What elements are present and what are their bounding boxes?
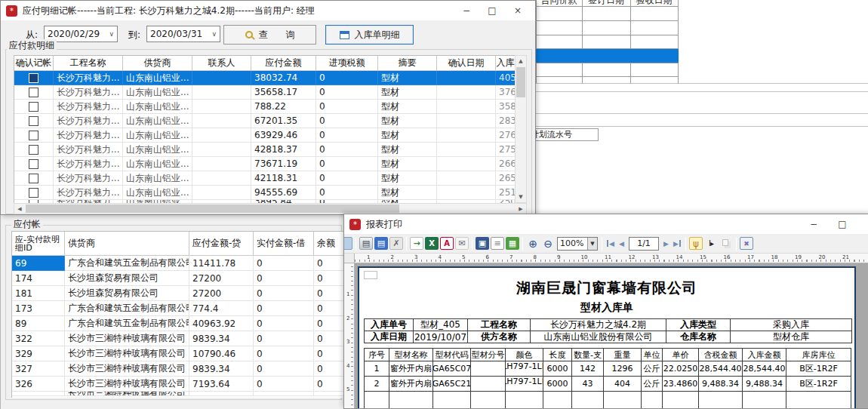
- checkbox[interactable]: [29, 102, 38, 112]
- checkbox-cell[interactable]: [14, 143, 54, 157]
- table-cell[interactable]: 89: [12, 316, 65, 331]
- export-icon[interactable]: →: [410, 237, 423, 250]
- page-setup-icon[interactable]: ≡: [491, 237, 504, 250]
- minimize-button[interactable]: −: [801, 214, 826, 234]
- column-header[interactable]: 应付金额-贷: [189, 232, 254, 256]
- minimize-button[interactable]: −: [454, 1, 479, 20]
- options-icon[interactable]: ✗: [389, 237, 403, 250]
- scroll-left-icon[interactable]: ◀: [14, 204, 25, 214]
- report-designer-icon[interactable]: [344, 237, 352, 250]
- copy-icon[interactable]: [719, 237, 733, 250]
- table-row[interactable]: 322长沙市三湘特种玻璃有限公司9839.3400: [12, 331, 344, 346]
- table-cell[interactable]: 174: [12, 271, 65, 286]
- table-cell[interactable]: 69: [12, 256, 65, 271]
- table-row[interactable]: 89广东合和建筑五金制品有限公司40963.9200: [12, 316, 344, 331]
- checkbox-cell[interactable]: [14, 71, 54, 85]
- table-row[interactable]: 329长沙市三湘特种玻璃有限公司10790.4600: [12, 346, 344, 361]
- export-mail-icon[interactable]: ✉: [455, 237, 469, 250]
- table-row[interactable]: 69广东合和建筑五金制品有限公司11411.7800: [12, 256, 344, 271]
- checkbox-cell[interactable]: [14, 114, 54, 128]
- table-row[interactable]: 长沙万科魅力...山东南山铝业...35658.170型材376: [14, 85, 515, 100]
- close-button[interactable]: ×: [858, 214, 868, 234]
- checkbox-cell[interactable]: [14, 171, 54, 186]
- table-cell[interactable]: 181: [12, 286, 65, 301]
- chevron-down-icon[interactable]: ▼: [587, 238, 597, 250]
- selected-row[interactable]: [536, 49, 679, 63]
- scroll-up-icon[interactable]: ▲: [516, 56, 526, 66]
- column-header[interactable]: 供货商: [123, 56, 192, 71]
- text-select-icon[interactable]: I▸: [704, 237, 718, 250]
- table-cell[interactable]: 173: [12, 301, 65, 316]
- column-header[interactable]: 供货商: [65, 232, 189, 256]
- table-row[interactable]: 173广东合和建筑五金制品有限公司774.400: [12, 301, 344, 316]
- export-pdf-icon[interactable]: A: [440, 237, 454, 250]
- checkbox-cell[interactable]: [14, 85, 54, 100]
- checkbox[interactable]: [29, 73, 38, 83]
- column-header[interactable]: 实付金额-借: [254, 232, 314, 256]
- save-icon[interactable]: ▣: [476, 237, 489, 250]
- scrollbar-thumb[interactable]: [26, 204, 399, 213]
- first-page-button[interactable]: ◀: [605, 240, 616, 248]
- last-page-button[interactable]: ▶: [672, 240, 683, 248]
- hand-tool-icon[interactable]: ψ: [689, 237, 703, 250]
- column-header[interactable]: 应-实付款明 细ID: [12, 232, 65, 256]
- query-button[interactable]: 查 询: [223, 25, 316, 45]
- table-row[interactable]: 长沙万科魅力...山东南山铝业...67201.350型材283: [14, 114, 515, 128]
- checkbox[interactable]: [29, 174, 38, 183]
- checkbox[interactable]: [29, 188, 38, 198]
- column-header[interactable]: 入库: [496, 56, 515, 71]
- checkbox-cell[interactable]: [14, 128, 54, 143]
- column-header[interactable]: 摘要: [378, 56, 437, 71]
- table-cell[interactable]: 322: [12, 331, 65, 346]
- scroll-down-icon[interactable]: ▼: [516, 192, 526, 202]
- column-header[interactable]: 工程名称: [54, 56, 123, 71]
- table-row[interactable]: 长沙市三湘特种玻璃有限公司: [12, 392, 344, 396]
- zoom-in-icon[interactable]: ⊕: [526, 237, 540, 250]
- vertical-scrollbar[interactable]: ▲ ▼: [515, 55, 527, 203]
- next-page-button[interactable]: ▶: [660, 240, 672, 248]
- printer-icon[interactable]: ▤: [359, 237, 373, 250]
- previous-page-button[interactable]: ◀: [616, 240, 627, 248]
- zoom-out-icon[interactable]: ⊖: [541, 237, 555, 250]
- table-row[interactable]: 长沙万科魅力...山东南山铝业...42118.310型材265: [14, 171, 515, 186]
- close-preview-icon[interactable]: ✖: [740, 237, 753, 250]
- checkbox-cell[interactable]: [14, 100, 54, 114]
- table-row[interactable]: 长沙万科魅力...山东南山铝业...63929.460型材276: [14, 128, 515, 143]
- checkbox[interactable]: [29, 131, 38, 140]
- column-header[interactable]: 确认日期: [437, 56, 496, 71]
- checkbox[interactable]: [29, 116, 38, 126]
- table-row[interactable]: 长沙万科魅力...山东南山铝业...94555.690型材251: [14, 186, 515, 200]
- column-header[interactable]: 余额: [314, 232, 344, 256]
- checkbox-cell[interactable]: [14, 186, 54, 200]
- table-row[interactable]: 174长沙坦森贸易有限公司2720000: [12, 271, 344, 286]
- maximize-button[interactable]: □: [830, 214, 855, 234]
- scrollbar-thumb[interactable]: [516, 67, 525, 97]
- checkbox-cell[interactable]: [14, 157, 54, 171]
- maximize-button[interactable]: □: [479, 1, 505, 20]
- checkbox[interactable]: [29, 159, 38, 169]
- table-row[interactable]: 长沙万科魅力...山东南山铝业...788.220型材358: [14, 100, 515, 114]
- column-header[interactable]: 确认记帐: [14, 56, 54, 71]
- table-row[interactable]: 长沙万科魅力...山东南山铝业...38032.740型材405: [14, 71, 515, 85]
- column-header[interactable]: 进项税额: [316, 56, 378, 71]
- table-cell[interactable]: 327: [12, 361, 65, 377]
- horizontal-scrollbar[interactable]: ◀ ▶: [14, 203, 527, 214]
- table-row[interactable]: 181长沙坦森贸易有限公司2720000: [12, 286, 344, 301]
- title-bar[interactable]: * 报表打印: [344, 214, 868, 234]
- table-cell[interactable]: 329: [12, 346, 65, 361]
- zoom-level-select[interactable]: 100% ▼: [557, 237, 598, 251]
- table-row[interactable]: 327长沙市三湘特种玻璃有限公司9839.3400: [12, 361, 344, 377]
- scroll-right-icon[interactable]: ▶: [516, 204, 526, 214]
- page-number-input[interactable]: 1/1: [629, 237, 659, 251]
- table-row[interactable]: 长沙万科魅力...山东南山铝业...73671.190型材266: [14, 157, 515, 171]
- table-row[interactable]: 长沙万科魅力...山东南山铝业...42818.370型材275: [14, 143, 515, 157]
- column-header[interactable]: 联系人: [192, 56, 251, 71]
- checkbox[interactable]: [29, 88, 38, 97]
- table-cell[interactable]: [12, 392, 65, 396]
- table-cell[interactable]: 326: [12, 377, 65, 392]
- to-date-select[interactable]: 2020/03/31 ∨: [146, 26, 220, 42]
- book-icon[interactable]: ▤: [374, 237, 388, 250]
- close-button[interactable]: ×: [505, 1, 531, 20]
- table-row[interactable]: 326长沙市三湘特种玻璃有限公司7193.6400: [12, 377, 344, 392]
- checkbox[interactable]: [29, 145, 38, 155]
